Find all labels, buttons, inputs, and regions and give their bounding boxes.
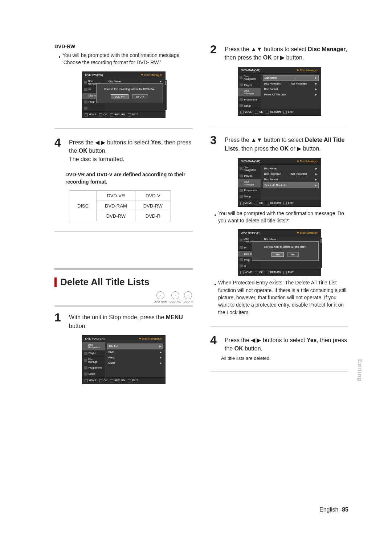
- osd-choose-format: DVD-RW(VR) ❖ Disc Manager Disc Navigatio…: [82, 71, 166, 118]
- step-number: 2: [210, 44, 220, 62]
- divider: [54, 128, 193, 129]
- step-number: 4: [210, 334, 220, 353]
- divider: [210, 371, 348, 371]
- step-3: 3 Press the ▲▼ button to select Delete A…: [210, 134, 348, 152]
- result-note: All title lists are deleted.: [221, 356, 348, 361]
- osd-disc-navigation: DVD-RAM(VR) ❖ Disc Navigation Disc Navig…: [82, 335, 166, 384]
- osd-confirm-delete: DVD-RAM(VR) ❖ Disc Manager Disc Navigati…: [238, 229, 321, 276]
- divider: [54, 231, 193, 232]
- side-tab: Editing: [356, 359, 363, 381]
- bullet-text: When Protected Entry exists: The Delete …: [215, 279, 348, 316]
- bullet-text: You will be prompted with the confirmati…: [59, 52, 193, 66]
- dialog-message: Choose the recording format for DVD-RW.: [99, 87, 160, 91]
- step-4-left: 4 Press the ◀ ▶ buttons to select Yes, t…: [54, 137, 193, 164]
- badge-dvd-r: ◦DVD-R: [184, 291, 193, 303]
- osd-dialog: Do you want to delete all title lists? Y…: [252, 241, 319, 261]
- red-bar-icon: [54, 278, 57, 287]
- right-column: 2 Press the ▲▼ buttons to select Disc Ma…: [210, 44, 348, 387]
- up-down-arrows-icon: ▲▼: [251, 137, 262, 143]
- osd-title: DVD-RW(VR): [85, 73, 103, 77]
- bullet-text: You will be prompted with the confirmati…: [215, 210, 348, 225]
- manual-page: DVD-RW You will be prompted with the con…: [0, 0, 392, 542]
- bullet-dot-icon: [59, 52, 62, 66]
- right-arrow-icon: ▶: [280, 54, 285, 61]
- bullet-body: You will be prompted with the confirmati…: [62, 52, 193, 66]
- step-subline: The disc is formatted.: [69, 156, 124, 162]
- bullet-dot-icon: [215, 210, 218, 225]
- dvd-rw-heading: DVD-RW: [54, 44, 193, 49]
- step-number: 3: [210, 134, 220, 152]
- divider: [210, 326, 348, 327]
- page-number: English -85: [319, 506, 348, 513]
- osd-section: Disc Manager: [144, 73, 162, 77]
- step-1: 1 With the unit in Stop mode, press the …: [54, 312, 193, 330]
- step-number: 1: [54, 312, 64, 330]
- format-note: DVD-VR and DVD-V are defined according t…: [65, 171, 193, 185]
- dialog-btn-no: No: [287, 252, 299, 257]
- left-column: DVD-RW You will be prompted with the con…: [54, 44, 193, 387]
- step-4-right: 4 Press the ◀ ▶ buttons to select Yes, t…: [210, 334, 348, 353]
- osd-disc-manager: DVD-RAM(VR) ❖ Disc Manager Disc Navigati…: [238, 67, 321, 116]
- step-number: 4: [54, 137, 64, 164]
- left-right-arrows-icon: ◀ ▶: [95, 139, 105, 145]
- dialog-btn-dvd-v: DVD-V: [132, 94, 148, 99]
- dialog-btn-yes: Yes: [271, 252, 283, 257]
- format-matrix: DISC DVD-VR DVD-V DVD-RAM DVD-RW DVD-RW …: [69, 190, 171, 221]
- right-arrow-icon: ▶: [297, 145, 301, 152]
- osd-disc-manager-delete-hl: DVD-RAM(VR) ❖ Disc Manager Disc Navigati…: [238, 158, 321, 207]
- osd-dialog: Choose the recording format for DVD-RW. …: [96, 83, 163, 103]
- disc-badges: ◦DVD-RAM ◦DVD-RW ◦DVD-R: [54, 291, 193, 303]
- bullet-dot-icon: [215, 279, 218, 316]
- section-heading: Delete All Title Lists: [54, 276, 193, 288]
- dialog-btn-dvd-vr: DVD-VR: [111, 94, 128, 99]
- section-rule-top: [54, 268, 193, 270]
- badge-dvd-ram: ◦DVD-RAM: [154, 291, 167, 303]
- step-2: 2 Press the ▲▼ buttons to select Disc Ma…: [210, 44, 348, 62]
- up-down-arrows-icon: ▲▼: [251, 46, 262, 52]
- section-title-text: Delete All Title Lists: [60, 276, 150, 288]
- divider: [210, 126, 348, 126]
- section-rule-bottom: [54, 305, 193, 307]
- left-right-arrows-icon: ◀ ▶: [251, 337, 261, 343]
- badge-dvd-rw: ◦DVD-RW: [170, 291, 181, 303]
